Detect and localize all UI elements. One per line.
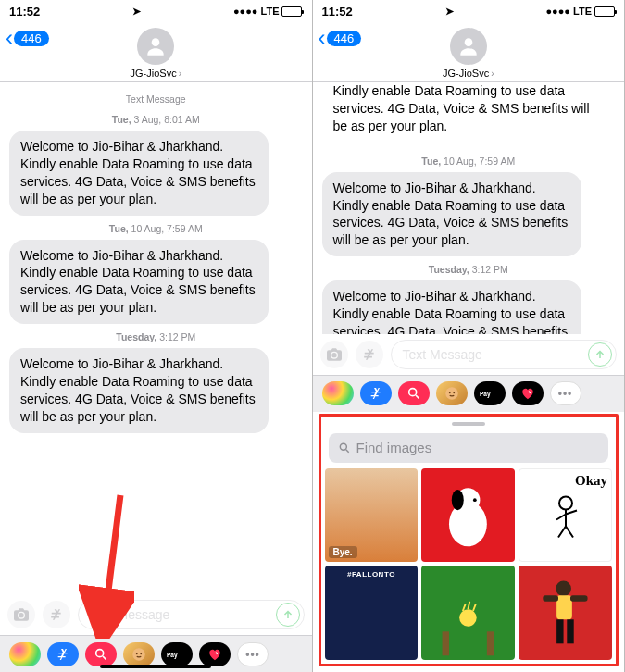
apple-pay-icon: Pay [480,388,500,399]
svg-rect-18 [443,632,449,656]
camera-button[interactable] [320,341,348,368]
app-apple-pay[interactable]: Pay [474,381,506,405]
chevron-left-icon: ‹ [6,30,13,46]
arrow-up-icon [282,609,294,620]
svg-rect-19 [487,632,494,656]
app-photos[interactable] [322,381,354,405]
gif-results-grid[interactable]: Bye. Okay #FALLONTO [321,468,617,665]
svg-point-12 [340,443,346,450]
svg-point-20 [459,609,477,627]
app-digital-touch[interactable] [199,642,231,666]
arrow-up-icon [594,349,606,360]
person-icon [456,34,481,58]
location-icon: ➤ [132,6,141,18]
battery-icon [594,6,615,17]
statusbar-right: ●●●● LTE [233,6,303,17]
svg-point-7 [408,389,416,396]
contact-name-row[interactable]: JG-JioSvc › [443,68,494,79]
imessage-app-tray[interactable]: Pay ••• [313,375,625,412]
app-gif-search[interactable] [398,381,430,405]
timestamp-2: Tue, 10 Aug, 7:59 AM [322,156,616,167]
svg-point-3 [136,653,138,654]
chevron-left-icon: ‹ [319,30,326,46]
contact-avatar[interactable] [137,28,174,65]
app-gif-search[interactable] [85,642,117,666]
appstore-button[interactable] [43,601,70,628]
message-bubble[interactable]: Welcome to Jio-Bihar & Jharkhand. Kindly… [322,172,581,257]
gif-tile[interactable]: Bye. [325,468,419,563]
back-button[interactable]: ‹ 446 [319,30,362,46]
network-label: LTE [573,6,592,17]
timestamp-2: Tue, 10 Aug, 7:59 AM [9,223,303,234]
appstore-icon [363,348,376,361]
send-button[interactable] [588,342,612,367]
unread-badge: 446 [327,31,362,46]
memoji-icon [444,385,460,402]
svg-point-16 [473,498,477,502]
drag-handle[interactable] [452,422,485,426]
contact-name-row[interactable]: JG-JioSvc › [131,68,181,79]
message-bubble[interactable]: Welcome to Jio-Bihar & Jharkhand. Kindly… [9,131,269,216]
send-button[interactable] [276,603,300,627]
signal-icon: ●●●● [233,6,258,17]
message-composer: Text Message [0,594,312,635]
gif-search-input[interactable]: Find images [329,433,609,463]
status-bar: 11:52 ➤ ●●●● LTE [313,0,625,22]
app-memoji[interactable] [436,381,468,405]
message-input[interactable]: Text Message [78,600,305,629]
home-indicator[interactable] [100,665,211,668]
message-bubble-cut[interactable]: Kindly enable Data Roaming to use data s… [322,82,616,144]
gif-tile[interactable]: Okay [519,468,612,563]
message-bubble[interactable]: Welcome to Jio-Bihar & Jharkhand. Kindly… [9,240,269,325]
app-appstore[interactable] [360,381,392,405]
messages-list[interactable]: Kindly enable Data Roaming to use data s… [313,82,625,334]
status-bar: 11:52 ➤ ●●●● LTE [0,0,312,22]
svg-point-6 [464,38,472,46]
apple-pay-icon: Pay [167,649,187,660]
svg-rect-25 [543,596,558,602]
gif-tile[interactable] [421,468,515,563]
chevron-right-icon: › [179,68,181,79]
search-icon [338,442,351,454]
gif-tile[interactable] [421,566,515,660]
gif-tile[interactable] [519,566,612,660]
timestamp-3: Tuesday, 3:12 PM [322,264,616,275]
appstore-button[interactable] [356,341,383,368]
camera-icon [14,608,29,621]
svg-point-1 [96,649,104,656]
chevron-right-icon: › [491,68,494,79]
app-appstore[interactable] [47,642,79,666]
appstore-a-icon [56,647,70,662]
message-placeholder: Text Message [403,347,482,362]
svg-rect-22 [556,596,572,620]
svg-point-4 [140,653,142,654]
app-more[interactable]: ••• [550,381,581,405]
app-photos[interactable] [9,642,41,666]
gif-caption: #FALLONTO [343,569,400,579]
back-button[interactable]: ‹ 446 [6,30,49,46]
snoopy-icon [425,472,511,559]
statusbar-time: 11:52 [322,5,353,19]
heart-icon [520,387,535,400]
svg-point-9 [448,392,450,393]
message-bubble[interactable]: Welcome to Jio-Bihar & Jharkhand. Kindly… [9,348,269,433]
app-memoji[interactable] [123,642,155,666]
svg-text:Pay: Pay [167,651,178,658]
svg-rect-24 [567,620,573,644]
app-apple-pay[interactable]: Pay [161,642,193,666]
camera-button[interactable] [7,601,35,628]
app-digital-touch[interactable] [512,381,544,405]
gif-tile[interactable]: #FALLONTO [325,566,419,660]
contact-avatar[interactable] [450,28,487,65]
message-input[interactable]: Text Message [391,340,618,369]
gif-search-placeholder: Find images [356,440,432,455]
battery-icon [281,6,302,17]
svg-point-10 [453,392,455,393]
messages-list[interactable]: Text Message Tue, 3 Aug, 8:01 AM Welcome… [0,82,312,594]
svg-point-2 [132,648,145,661]
statusbar-right: ●●●● LTE [545,6,615,17]
message-bubble[interactable]: Welcome to Jio-Bihar & Jharkhand. Kindly… [322,280,581,333]
screenshot-left: 11:52 ➤ ●●●● LTE ‹ 446 JG-JioSvc › Text … [0,0,313,672]
app-more[interactable]: ••• [237,642,269,666]
message-placeholder: Text Message [90,607,169,622]
